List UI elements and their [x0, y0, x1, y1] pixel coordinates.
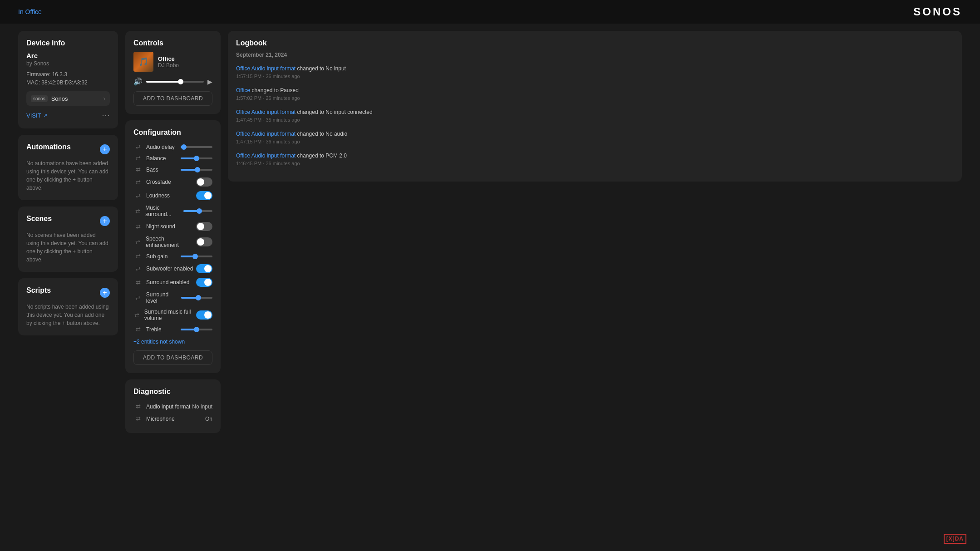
- automations-header: Automations +: [26, 143, 110, 156]
- config-row: ⇄Surround music full volume: [133, 306, 212, 324]
- config-row: ⇄Balance: [133, 153, 212, 164]
- in-office-link[interactable]: In Office: [18, 8, 42, 15]
- config-slider[interactable]: [181, 146, 212, 148]
- top-bar: In Office SONOS: [0, 0, 980, 24]
- track-artist: DJ Bobo: [158, 62, 179, 69]
- playback-row: 🔊 ▶: [133, 77, 212, 86]
- log-link[interactable]: Office: [236, 87, 250, 93]
- log-entry: Office Audio input format changed to PCM…: [236, 152, 954, 166]
- config-slider[interactable]: [181, 256, 212, 257]
- config-row-label: Surround level: [146, 291, 181, 304]
- automations-title: Automations: [26, 143, 71, 151]
- middle-column: Controls 🎵 Office DJ Bobo 🔊 ▶ ADD TO DAS…: [125, 31, 221, 433]
- config-row-icon: ⇄: [133, 208, 142, 215]
- diagnostic-row: ⇄Audio input formatNo input: [133, 400, 212, 413]
- scenes-header: Scenes +: [26, 215, 110, 227]
- log-link[interactable]: Office Audio input format: [236, 153, 295, 159]
- config-row-label: Loudness: [146, 192, 170, 199]
- config-toggle[interactable]: [196, 237, 212, 246]
- log-entry: Office Audio input format changed to No …: [236, 108, 954, 123]
- entities-link[interactable]: +2 entities not shown: [133, 339, 212, 345]
- action-row: VISIT ↗ ⋯: [26, 110, 110, 120]
- track-name: Office: [158, 55, 179, 62]
- config-toggle[interactable]: [196, 222, 212, 231]
- album-art: 🎵: [133, 52, 153, 72]
- config-row-icon: ⇄: [133, 155, 143, 162]
- config-row-icon: ⇄: [133, 179, 143, 186]
- sonos-row[interactable]: sonos Sonos ›: [26, 91, 110, 106]
- config-row-label: Treble: [146, 326, 162, 333]
- configuration-card: Configuration ⇄Audio delay⇄Balance⇄Bass⇄…: [125, 120, 221, 373]
- diag-label: Microphone: [146, 416, 175, 422]
- config-row: ⇄Speech enhancement: [133, 233, 212, 251]
- config-row: ⇄Treble: [133, 324, 212, 335]
- config-row-label: Balance: [146, 155, 166, 162]
- logbook-entries: Office Audio input format changed to No …: [236, 64, 954, 166]
- next-icon[interactable]: ▶: [207, 78, 212, 85]
- config-toggle[interactable]: [196, 264, 212, 273]
- config-row-icon: ⇄: [133, 266, 143, 272]
- diag-icon: ⇄: [133, 415, 143, 422]
- chevron-right-icon: ›: [103, 95, 105, 102]
- add-script-button[interactable]: +: [100, 288, 110, 298]
- config-row: ⇄Sub gain: [133, 251, 212, 262]
- log-link[interactable]: Office Audio input format: [236, 131, 295, 137]
- controls-add-dashboard-button[interactable]: ADD TO DASHBOARD: [133, 91, 212, 106]
- config-row-icon: ⇄: [133, 295, 143, 301]
- config-row-icon: ⇄: [133, 166, 143, 173]
- config-slider[interactable]: [181, 329, 212, 330]
- log-link[interactable]: Office Audio input format: [236, 109, 295, 115]
- configuration-rows: ⇄Audio delay⇄Balance⇄Bass⇄Crossfade⇄Loud…: [133, 141, 212, 335]
- diagnostic-row: ⇄MicrophoneOn: [133, 413, 212, 425]
- scenes-desc: No scenes have been added using this dev…: [26, 231, 110, 264]
- log-text: Office Audio input format changed to No …: [236, 64, 954, 73]
- mac-meta: MAC: 38:42:0B:D3:A3:32: [26, 79, 110, 86]
- xda-logo: [X]DA: [944, 535, 966, 542]
- config-toggle[interactable]: [196, 177, 212, 187]
- visit-button[interactable]: VISIT ↗: [26, 112, 47, 119]
- log-text: Office Audio input format changed to PCM…: [236, 152, 954, 160]
- config-row-label: Surround enabled: [146, 279, 189, 285]
- volume-slider[interactable]: [146, 81, 204, 83]
- log-text: Office changed to Paused: [236, 86, 954, 94]
- config-row-label: Sub gain: [146, 253, 167, 260]
- device-info-title: Device info: [26, 39, 110, 47]
- config-row-label: Audio delay: [146, 144, 175, 150]
- more-button[interactable]: ⋯: [102, 110, 110, 120]
- scenes-title: Scenes: [26, 215, 52, 223]
- add-automation-button[interactable]: +: [100, 144, 110, 154]
- add-scene-button[interactable]: +: [100, 216, 110, 226]
- config-row-icon: ⇄: [133, 253, 143, 260]
- config-row: ⇄Surround level: [133, 289, 212, 306]
- automations-card: Automations + No automations have been a…: [18, 135, 118, 200]
- config-row-icon: ⇄: [133, 312, 141, 319]
- config-slider[interactable]: [183, 210, 212, 212]
- track-info: Office DJ Bobo: [158, 55, 179, 69]
- config-slider[interactable]: [181, 157, 212, 159]
- config-row: ⇄Music surround...: [133, 202, 212, 220]
- config-toggle[interactable]: [196, 278, 212, 287]
- config-add-dashboard-button[interactable]: ADD TO DASHBOARD: [133, 350, 212, 365]
- config-toggle[interactable]: [196, 191, 212, 200]
- device-info-card: Device info Arc by Sonos Firmware: 16.3.…: [18, 31, 118, 128]
- logbook-card: Logbook September 21, 2024 Office Audio …: [228, 31, 962, 182]
- diag-value: No input: [192, 403, 212, 410]
- config-slider[interactable]: [181, 169, 212, 171]
- diagnostic-title: Diagnostic: [133, 388, 212, 396]
- config-row-icon: ⇄: [133, 279, 143, 286]
- now-playing: 🎵 Office DJ Bobo: [133, 52, 212, 72]
- automations-desc: No automations have been added using thi…: [26, 159, 110, 192]
- config-toggle[interactable]: [196, 310, 212, 320]
- diagnostic-rows: ⇄Audio input formatNo input⇄MicrophoneOn: [133, 400, 212, 425]
- controls-title: Controls: [133, 39, 212, 47]
- config-row-label: Crossfade: [146, 179, 171, 185]
- log-link[interactable]: Office Audio input format: [236, 65, 295, 72]
- scripts-title: Scripts: [26, 286, 51, 295]
- main-content: Device info Arc by Sonos Firmware: 16.3.…: [0, 24, 980, 440]
- volume-icon[interactable]: 🔊: [133, 77, 143, 86]
- scripts-desc: No scripts have been added using this de…: [26, 303, 110, 327]
- config-row: ⇄Audio delay: [133, 141, 212, 153]
- config-row-icon: ⇄: [133, 326, 143, 333]
- config-slider[interactable]: [181, 297, 212, 299]
- config-row: ⇄Surround enabled: [133, 276, 212, 289]
